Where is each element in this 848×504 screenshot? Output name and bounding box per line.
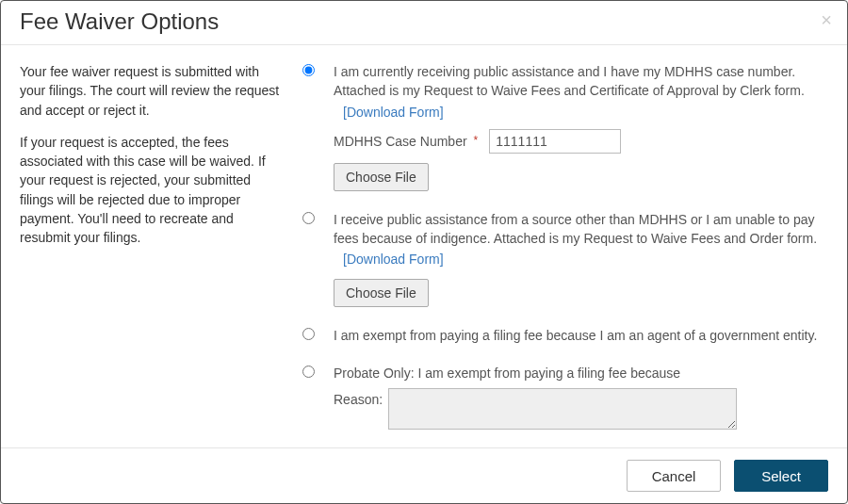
option-mdhhs-radio[interactable] — [302, 64, 315, 76]
case-number-input[interactable] — [489, 129, 621, 154]
download-form-link-2[interactable]: [Download Form] — [343, 250, 444, 268]
select-button[interactable]: Select — [734, 460, 828, 492]
case-number-line: MDHHS Case Number* — [334, 129, 828, 154]
option-other-assistance: I receive public assistance from a sourc… — [302, 210, 828, 307]
modal-footer: Cancel Select — [1, 447, 847, 503]
option-probate-content: Probate Only: I am exempt from paying a … — [334, 364, 828, 430]
modal-title: Fee Waiver Options — [20, 8, 828, 35]
modal-body: Your fee waiver request is submitted wit… — [1, 45, 847, 447]
option-other-assistance-radio[interactable] — [302, 212, 315, 224]
intro-column: Your fee waiver request is submitted wit… — [20, 62, 302, 438]
options-column: I am currently receiving public assistan… — [302, 62, 828, 438]
option-gov-agent-radio[interactable] — [302, 328, 315, 340]
reason-label: Reason: — [334, 388, 383, 409]
intro-paragraph-1: Your fee waiver request is submitted wit… — [20, 62, 284, 120]
option-gov-agent-content: I am exempt from paying a filing fee bec… — [334, 326, 828, 345]
close-icon[interactable]: × — [821, 10, 832, 29]
required-star-icon: * — [474, 133, 479, 149]
option-other-assistance-text: I receive public assistance from a sourc… — [334, 212, 817, 246]
option-mdhhs-text: I am currently receiving public assistan… — [334, 64, 805, 98]
option-probate: Probate Only: I am exempt from paying a … — [302, 364, 828, 430]
case-number-label: MDHHS Case Number — [334, 132, 467, 151]
option-probate-radio[interactable] — [302, 366, 315, 378]
reason-textarea[interactable] — [388, 388, 737, 430]
modal-header: Fee Waiver Options × — [1, 1, 847, 45]
option-mdhhs: I am currently receiving public assistan… — [302, 62, 828, 191]
download-form-link-1[interactable]: [Download Form] — [343, 103, 444, 122]
option-probate-text: Probate Only: I am exempt from paying a … — [334, 366, 680, 381]
option-mdhhs-content: I am currently receiving public assistan… — [334, 62, 828, 191]
option-gov-agent-text: I am exempt from paying a filing fee bec… — [334, 328, 817, 343]
option-gov-agent: I am exempt from paying a filing fee bec… — [302, 326, 828, 345]
reason-line: Reason: — [334, 388, 828, 430]
option-other-assistance-content: I receive public assistance from a sourc… — [334, 210, 828, 307]
cancel-button[interactable]: Cancel — [627, 460, 721, 492]
intro-paragraph-2: If your request is accepted, the fees as… — [20, 133, 284, 248]
choose-file-button-1[interactable]: Choose File — [334, 163, 429, 191]
fee-waiver-modal: Fee Waiver Options × Your fee waiver req… — [0, 0, 848, 504]
choose-file-button-2[interactable]: Choose File — [334, 279, 429, 307]
